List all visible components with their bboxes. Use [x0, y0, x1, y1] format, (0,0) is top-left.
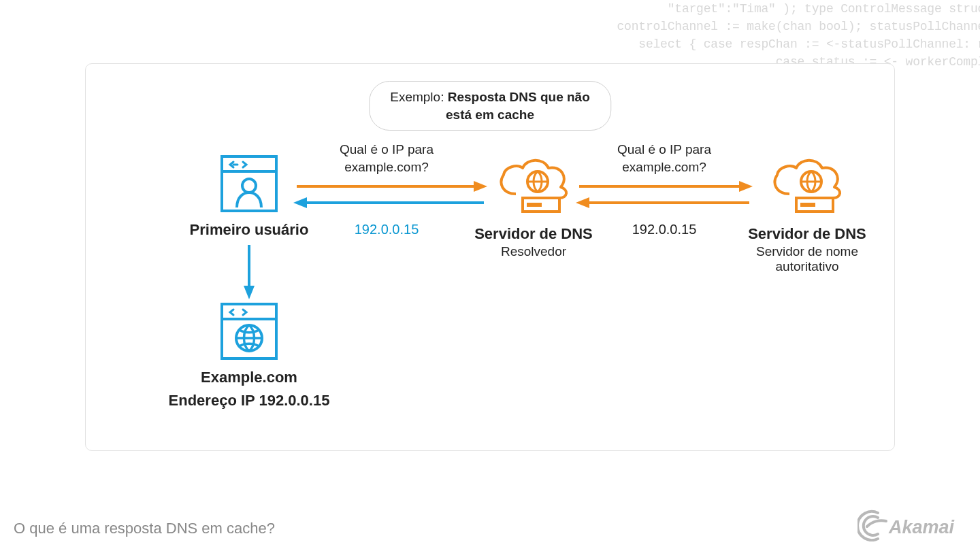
node-website-sublabel: Endereço IP 192.0.0.15 — [157, 392, 341, 410]
node-authoritative-sublabel: Servidor de nome autoritativo — [729, 244, 885, 274]
title-bold-line2: está em cache — [446, 107, 534, 122]
response-label-1: 192.0.0.15 — [312, 222, 461, 237]
query1-line1: Qual é o IP para — [340, 142, 434, 156]
svg-marker-24 — [244, 286, 255, 299]
node-first-user-label: Primeiro usuário — [174, 221, 324, 239]
svg-point-2 — [242, 179, 256, 193]
svg-marker-22 — [576, 197, 589, 208]
svg-rect-10 — [800, 203, 815, 207]
svg-rect-6 — [527, 203, 542, 207]
query-label-2: Qual é o IP para example.com? — [589, 141, 739, 176]
arrow-user-website — [242, 245, 256, 302]
node-resolver-sublabel: Resolvedor — [459, 244, 608, 259]
query2-line1: Qual é o IP para — [617, 142, 711, 156]
footer-question: O que é uma resposta DNS em cache? — [14, 520, 275, 537]
query2-line2: example.com? — [622, 160, 706, 174]
user-browser-icon — [220, 154, 278, 216]
title-prefix: Exemplo: — [390, 90, 447, 104]
arrow-user-resolver — [293, 178, 487, 215]
query1-line2: example.com? — [344, 160, 429, 174]
globe-browser-icon — [220, 302, 278, 363]
svg-text:Akamai: Akamai — [888, 517, 955, 537]
cloud-server-icon — [493, 154, 574, 220]
svg-marker-20 — [739, 181, 753, 192]
node-resolver-label: Servidor de DNS — [459, 225, 608, 243]
diagram-card: Exemplo: Resposta DNS que não está em ca… — [85, 63, 895, 451]
diagram-title-pill: Exemplo: Resposta DNS que não está em ca… — [369, 81, 611, 131]
title-bold-line1: Resposta DNS que não — [448, 90, 590, 104]
query-label-1: Qual é o IP para example.com? — [312, 141, 461, 176]
cloud-server-icon — [766, 154, 848, 220]
svg-marker-16 — [474, 181, 487, 192]
node-website-label: Example.com — [157, 369, 341, 386]
brand-logo: Akamai — [858, 509, 966, 541]
arrow-resolver-authoritative — [576, 178, 753, 215]
node-website: Example.com Endereço IP 192.0.0.15 — [157, 302, 341, 410]
svg-marker-18 — [293, 197, 307, 208]
response-label-2: 192.0.0.15 — [589, 222, 739, 237]
node-authoritative-label: Servidor de DNS — [729, 225, 885, 243]
